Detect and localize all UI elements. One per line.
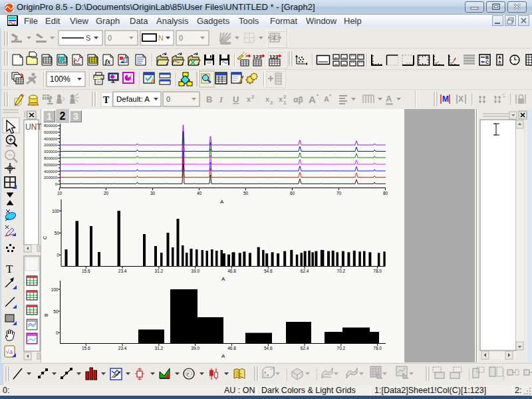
svg-text:0: 0 xyxy=(57,253,59,257)
svg-text:200000: 200000 xyxy=(44,176,58,180)
svg-text:Default: A: Default: A xyxy=(116,95,150,103)
svg-text:x: x xyxy=(279,95,283,103)
svg-text:70.2: 70.2 xyxy=(337,269,346,273)
svg-text:C: C xyxy=(485,60,489,65)
svg-text:T: T xyxy=(103,95,110,105)
svg-text:46.8: 46.8 xyxy=(227,346,236,350)
svg-text:I: I xyxy=(219,94,223,104)
svg-text:A: A xyxy=(324,95,329,103)
svg-text:x: x xyxy=(265,95,270,103)
svg-text:M: M xyxy=(442,94,449,104)
svg-text:50: 50 xyxy=(55,231,60,235)
svg-text:U: U xyxy=(233,94,239,104)
svg-text:0: 0 xyxy=(55,182,58,186)
svg-text:B: B xyxy=(206,94,212,104)
svg-text:23.4: 23.4 xyxy=(118,346,127,350)
svg-text:800000: 800000 xyxy=(44,124,58,128)
svg-text:78.0: 78.0 xyxy=(373,269,382,273)
svg-text:23.4: 23.4 xyxy=(118,269,127,273)
svg-text:62.4: 62.4 xyxy=(301,346,309,350)
svg-text:15.6: 15.6 xyxy=(82,269,90,273)
svg-text:50: 50 xyxy=(53,309,59,314)
svg-text:39.0: 39.0 xyxy=(191,346,200,350)
svg-text:39.0: 39.0 xyxy=(191,269,200,273)
svg-text:10: 10 xyxy=(57,191,63,196)
svg-text:80: 80 xyxy=(383,191,388,196)
svg-text:100: 100 xyxy=(51,287,59,292)
svg-text:40: 40 xyxy=(197,191,202,196)
svg-text:0: 0 xyxy=(56,331,59,335)
svg-text:62.4: 62.4 xyxy=(301,269,309,273)
svg-text:54.6: 54.6 xyxy=(264,346,273,350)
svg-text:√a: √a xyxy=(6,348,13,355)
svg-text:fx: fx xyxy=(105,58,110,65)
svg-text:800000: 800000 xyxy=(44,156,58,160)
svg-text:T: T xyxy=(6,263,13,275)
svg-text:600000: 600000 xyxy=(44,163,58,167)
svg-text:70.2: 70.2 xyxy=(337,346,346,350)
svg-text:A: A xyxy=(221,276,225,282)
svg-text:000000: 000000 xyxy=(44,150,58,154)
svg-text:15.6: 15.6 xyxy=(82,346,90,350)
svg-text:A: A xyxy=(221,353,225,359)
svg-text:100: 100 xyxy=(52,209,59,213)
svg-text:N: N xyxy=(158,34,164,42)
svg-text:0: 0 xyxy=(108,34,112,42)
svg-text:400000: 400000 xyxy=(44,170,58,174)
svg-text:C: C xyxy=(43,236,47,239)
svg-text:UNTITLED: UNTITLED xyxy=(25,122,42,132)
svg-text:B: B xyxy=(44,313,49,317)
svg-text:a: a xyxy=(273,35,275,40)
svg-text:1: 1 xyxy=(283,100,287,106)
svg-text:2: 2 xyxy=(283,94,287,100)
svg-text:A: A xyxy=(386,94,392,104)
svg-text:X: X xyxy=(458,94,464,104)
svg-text:31.2: 31.2 xyxy=(155,346,164,350)
svg-text:20: 20 xyxy=(104,191,109,196)
svg-text:54.6: 54.6 xyxy=(264,269,273,273)
svg-text:70: 70 xyxy=(336,191,342,196)
svg-text:60: 60 xyxy=(290,191,295,196)
svg-text:A: A xyxy=(309,94,316,105)
svg-text:50: 50 xyxy=(243,191,249,196)
svg-text:S: S xyxy=(86,34,90,42)
svg-text:αβ: αβ xyxy=(293,95,303,104)
svg-text:x: x xyxy=(247,95,251,103)
svg-text:A: A xyxy=(220,199,224,205)
svg-text:123: 123 xyxy=(253,54,262,60)
svg-text:200000: 200000 xyxy=(44,143,58,147)
svg-text:600000: 600000 xyxy=(44,130,58,134)
svg-text:2: 2 xyxy=(251,94,255,100)
svg-text:2: 2 xyxy=(270,100,273,106)
svg-text:46.8: 46.8 xyxy=(227,269,236,273)
svg-text:30: 30 xyxy=(150,191,156,196)
svg-text:100%: 100% xyxy=(50,74,70,84)
svg-text:0: 0 xyxy=(179,34,183,42)
svg-text:78.0: 78.0 xyxy=(373,346,382,350)
svg-text:400000: 400000 xyxy=(44,137,58,141)
svg-text:B: B xyxy=(485,55,489,60)
svg-text:31.2: 31.2 xyxy=(155,269,164,273)
svg-text:0: 0 xyxy=(166,95,170,103)
